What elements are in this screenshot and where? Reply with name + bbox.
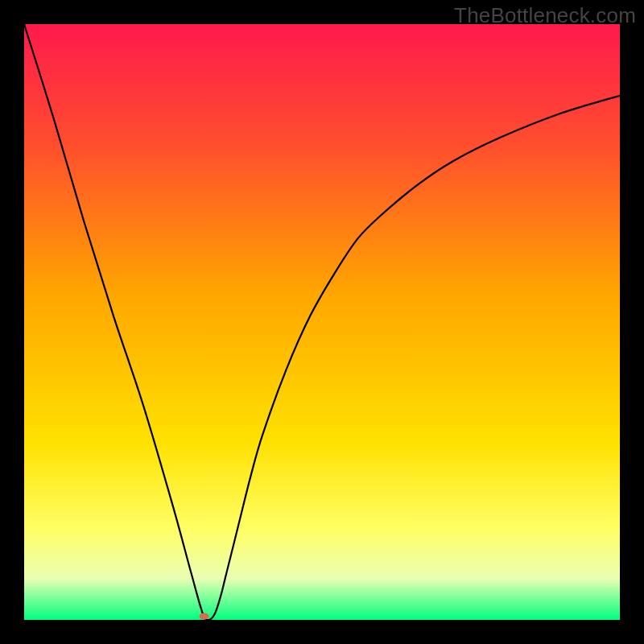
gradient-bg [24, 24, 620, 620]
marker-dot [199, 613, 208, 620]
chart-frame: TheBottleneck.com [0, 0, 644, 644]
plot-area [24, 24, 620, 620]
chart-svg [24, 24, 620, 620]
